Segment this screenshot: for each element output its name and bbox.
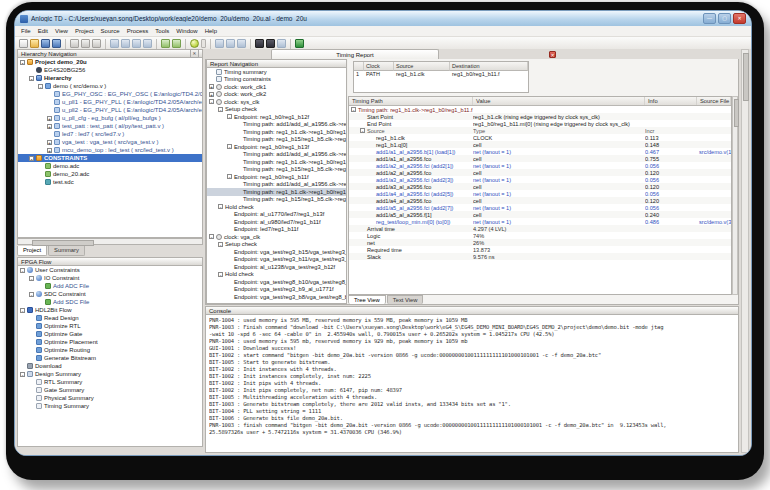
menu-item[interactable]: View xyxy=(55,28,68,34)
separator-icon[interactable] xyxy=(250,39,251,49)
expander-icon[interactable] xyxy=(38,300,43,305)
expander-icon[interactable]: - xyxy=(29,276,34,281)
close-button[interactable]: ✕ xyxy=(733,13,746,24)
expander-icon[interactable] xyxy=(29,316,34,321)
report-tree-item[interactable]: Endpoint: vga_test/reg3_b15/vga_test/reg… xyxy=(207,248,346,256)
flow-item[interactable]: - HDL2Bit Flow xyxy=(18,306,202,314)
expander-icon[interactable] xyxy=(360,226,365,231)
menu-item[interactable]: Tools xyxy=(155,28,169,34)
panel-close-icon[interactable]: ✕ xyxy=(190,49,199,58)
cut-icon[interactable] xyxy=(70,39,79,48)
report-tree-item[interactable]: - clock: vga_clk xyxy=(207,233,346,241)
report-tree-item[interactable]: Timing path: add1/add_al_a1956.clk->reg1… xyxy=(207,121,346,129)
expander-icon[interactable] xyxy=(236,197,241,202)
flow-item[interactable]: Optimize Routing xyxy=(18,346,202,354)
table-row[interactable]: Start Point reg1_b1.clk (rising edge tri… xyxy=(349,113,731,120)
paste-icon[interactable] xyxy=(92,39,101,48)
tree-item[interactable]: u_pll1 - EG_PHY_PLL ( E:/anlogic/TD4.2/0… xyxy=(18,98,202,106)
expander-icon[interactable] xyxy=(236,152,241,157)
table-row[interactable]: Slack 9.576 ns xyxy=(349,253,731,260)
new-file-icon[interactable] xyxy=(19,39,28,48)
expander-icon[interactable] xyxy=(369,170,374,175)
expander-icon[interactable]: - xyxy=(218,242,223,247)
report-tree-item[interactable]: Timing path: reg1_b15/reg1_b5.clk->reg1_… xyxy=(207,166,346,174)
expander-icon[interactable]: - xyxy=(218,204,223,209)
report-tree-item[interactable]: Timing path: reg1_b15/reg1_b5.clk->reg1_… xyxy=(207,196,346,204)
route-icon[interactable] xyxy=(266,39,275,48)
expander-icon[interactable] xyxy=(29,68,34,73)
table-row[interactable]: - Source Type Incr xyxy=(349,127,731,134)
table-row[interactable]: reg_test/loop_min.mi[0] (to[0]) net (fan… xyxy=(349,218,731,225)
maximize-button[interactable]: ▢ xyxy=(718,13,731,24)
separator-icon[interactable] xyxy=(210,39,211,49)
report-tree-item[interactable]: - Hold check xyxy=(207,271,346,279)
expander-icon[interactable] xyxy=(227,287,232,292)
expander-icon[interactable] xyxy=(227,264,232,269)
expander-icon[interactable] xyxy=(29,396,34,401)
expander-icon[interactable] xyxy=(369,177,374,182)
expander-icon[interactable]: - xyxy=(20,308,25,313)
expander-icon[interactable] xyxy=(47,92,52,97)
expander-icon[interactable] xyxy=(236,137,241,142)
expander-icon[interactable] xyxy=(369,212,374,217)
tree-item[interactable]: led7 : led7 ( src/led7.v ) xyxy=(18,130,202,138)
expander-icon[interactable] xyxy=(29,340,34,345)
expander-icon[interactable] xyxy=(227,279,232,284)
expander-icon[interactable] xyxy=(227,257,232,262)
expander-icon[interactable] xyxy=(369,149,374,154)
gate-view-icon[interactable] xyxy=(226,39,235,48)
report-tree-item[interactable]: Timing path: reg1_b15/reg1_b5.clk->reg1_… xyxy=(207,136,346,144)
floorplan-icon[interactable] xyxy=(255,39,264,48)
report-tree-item[interactable]: Endpoint: al_u1238/vga_test/reg3_b12f xyxy=(207,263,346,271)
report-tree-item[interactable]: Endpoint: vga_test/reg3_b11/vga_test/reg… xyxy=(207,256,346,264)
expander-icon[interactable] xyxy=(47,132,52,137)
report-tree-item[interactable]: - Hold check xyxy=(207,203,346,211)
expander-icon[interactable] xyxy=(236,182,241,187)
report-tree-item[interactable]: - Endpoint: reg1_b0/reg1_b13f xyxy=(207,143,346,151)
expander-icon[interactable] xyxy=(47,108,52,113)
report-tree-item[interactable]: Endpoint: vga_test/reg3_b8/vga_test/reg8… xyxy=(207,293,346,301)
separator-icon[interactable] xyxy=(290,39,291,49)
zoom-select-icon[interactable] xyxy=(143,39,152,48)
rtl-view-icon[interactable] xyxy=(215,39,224,48)
view-tab[interactable]: Text View xyxy=(387,295,424,304)
report-tree-item[interactable]: + clock: work_clk1 xyxy=(207,83,346,91)
expander-icon[interactable] xyxy=(360,233,365,238)
report-tree-item[interactable]: Endpoint: al_u980/led7/reg1_b11f xyxy=(207,218,346,226)
expander-icon[interactable] xyxy=(29,324,34,329)
expander-icon[interactable] xyxy=(236,189,241,194)
expander-icon[interactable]: + xyxy=(47,124,52,129)
zoom-in-icon[interactable] xyxy=(110,39,119,48)
horizontal-scrollbar[interactable] xyxy=(17,238,203,245)
report-tree-item[interactable]: - Setup check xyxy=(207,106,346,114)
menu-item[interactable]: File xyxy=(21,28,31,34)
expander-icon[interactable]: - xyxy=(227,144,232,149)
expander-icon[interactable]: - xyxy=(209,234,214,239)
expander-icon[interactable] xyxy=(29,388,34,393)
expander-icon[interactable]: - xyxy=(218,272,223,277)
flow-item[interactable]: - Design Summary xyxy=(18,370,202,378)
zoom-full-icon[interactable] xyxy=(132,39,141,48)
report-tree-item[interactable]: Timing path: reg1_b1.clk->reg1_b0/reg1_b… xyxy=(207,128,346,136)
flow-item[interactable]: Optimize RTL xyxy=(18,322,202,330)
report-tree-item[interactable]: Timing path: reg1_b1.clk->reg1_b0/reg1_b… xyxy=(207,188,346,196)
table-row[interactable]: Required time 13.873 xyxy=(349,246,731,253)
undo-icon[interactable] xyxy=(161,39,170,48)
expander-icon[interactable]: - xyxy=(29,156,34,161)
separator-icon[interactable] xyxy=(156,39,157,49)
tree-item[interactable]: + u_pll_cfg - eg_bufg ( al/pll/eg_bufgs … xyxy=(18,114,202,122)
table-row[interactable]: add1/a1_al_a2956.fco cell 0.755 xyxy=(349,155,731,162)
expander-icon[interactable] xyxy=(29,332,34,337)
expander-icon[interactable]: - xyxy=(351,107,356,112)
menu-item[interactable]: Window xyxy=(176,28,197,34)
table-row[interactable]: add1/a5_al_a2956.fci (add2[7]) net (fano… xyxy=(349,204,731,211)
expander-icon[interactable] xyxy=(236,167,241,172)
table-row[interactable]: Logic 74% xyxy=(349,232,731,239)
expander-icon[interactable] xyxy=(369,142,374,147)
table-row[interactable]: add1/a4_al_a2956.fco cell 0.120 xyxy=(349,197,731,204)
table-row[interactable]: End Point reg1_b0/reg1_b11.mi[0] (rising… xyxy=(349,120,731,127)
menu-item[interactable]: Process xyxy=(127,28,149,34)
report-tree-item[interactable]: Endpoint: vga_test/reg3_b9_al_u1771f xyxy=(207,286,346,294)
expander-icon[interactable] xyxy=(38,284,43,289)
view-tab[interactable]: Tree View xyxy=(348,295,386,304)
